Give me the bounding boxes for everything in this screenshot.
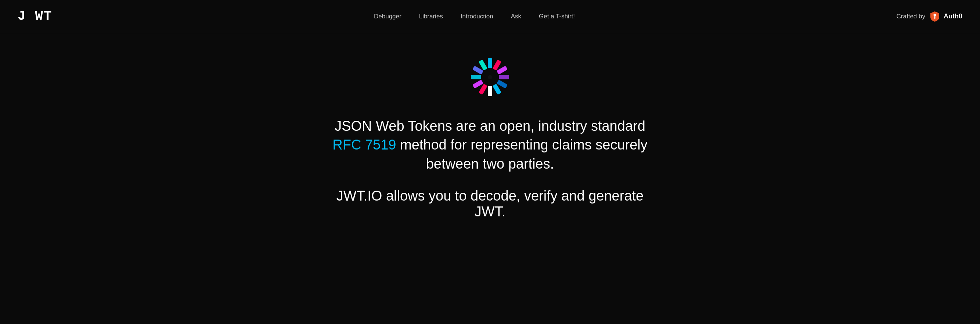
hero-description: JSON Web Tokens are an open, industry st…	[325, 117, 655, 173]
nav-link-tshirt[interactable]: Get a T-shirt!	[539, 13, 575, 20]
nav-links: Debugger Libraries Introduction Ask Get …	[374, 13, 575, 20]
svg-rect-1	[488, 58, 492, 68]
svg-point-13	[488, 75, 492, 79]
auth0-icon	[929, 11, 941, 22]
hero-text-paragraph: JSON Web Tokens are an open, industry st…	[325, 117, 655, 173]
nav-link-libraries[interactable]: Libraries	[419, 13, 443, 20]
auth0-brand-name: Auth0	[943, 13, 963, 20]
svg-rect-7	[488, 86, 492, 96]
nav-link-debugger[interactable]: Debugger	[374, 13, 401, 20]
hero-text-part1: JSON Web Tokens are an open, industry st…	[335, 118, 645, 134]
sub-description: JWT.IO allows you to decode, verify and …	[325, 188, 655, 220]
nav-link-introduction[interactable]: Introduction	[461, 13, 493, 20]
site-logo[interactable]: J WT	[18, 9, 52, 24]
hero-text-part2: method for representing claims securely …	[396, 137, 647, 171]
navbar: J WT Debugger Libraries Introduction Ask…	[0, 0, 980, 33]
svg-rect-4	[499, 75, 509, 79]
rfc-link[interactable]: RFC 7519	[332, 137, 396, 152]
nav-link-ask[interactable]: Ask	[511, 13, 521, 20]
crafted-by-section: Crafted by Auth0	[897, 11, 963, 22]
svg-rect-0	[934, 16, 935, 19]
main-content: JSON Web Tokens are an open, industry st…	[0, 33, 980, 234]
crafted-by-label: Crafted by	[897, 13, 925, 20]
svg-rect-10	[471, 75, 481, 79]
jwt-logo-spinner	[468, 55, 512, 99]
auth0-logo[interactable]: Auth0	[929, 11, 963, 22]
sub-text-paragraph: JWT.IO allows you to decode, verify and …	[325, 188, 655, 220]
